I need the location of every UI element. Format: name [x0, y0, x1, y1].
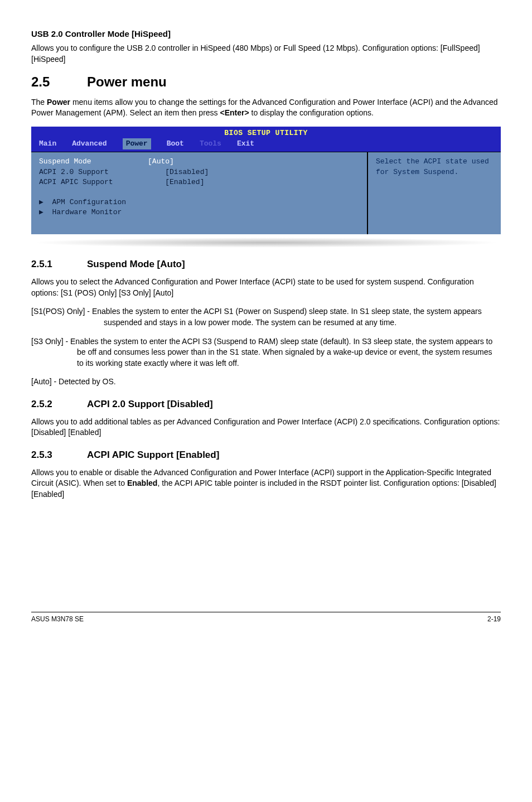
- bios-tab-boot: Boot: [167, 139, 184, 149]
- bios-help-pane: Select the ACPI state used for System Su…: [367, 152, 501, 234]
- bios-blank: [39, 187, 359, 197]
- s3-lead: [S3 Only] -: [31, 337, 70, 346]
- intro-text: The: [31, 98, 47, 107]
- s253-num: 2.5.3: [31, 448, 87, 462]
- intro-bold-power: Power: [47, 98, 70, 107]
- bios-shadow: [31, 238, 501, 248]
- s251-auto: [Auto] - Detected by OS.: [31, 376, 501, 388]
- bios-sub-label: APM Configuration: [52, 198, 126, 206]
- usb-heading: USB 2.0 Controller Mode [HiSpeed]: [31, 28, 501, 40]
- bios-body: Suspend Mode [Auto] ACPI 2.0 Support [Di…: [31, 152, 501, 234]
- s251-p1: Allows you to select the Advanced Config…: [31, 277, 501, 298]
- intro-post: to display the configuration options.: [249, 108, 374, 117]
- s253-p: Allows you to enable or disable the Adva…: [31, 467, 501, 500]
- bios-label: ACPI 2.0 Support: [39, 168, 109, 176]
- bios-title: BIOS SETUP UTILITY: [31, 127, 501, 138]
- bios-row-apic: ACPI APIC Support [Enabled]: [39, 177, 359, 187]
- section-num: 2.5: [31, 73, 87, 91]
- s3-body: Enables the system to enter the ACPI S3 …: [70, 337, 492, 368]
- triangle-icon: ▶: [39, 208, 52, 216]
- bios-row-suspend: Suspend Mode [Auto]: [39, 157, 359, 167]
- bios-tab-tools: Tools: [200, 139, 221, 149]
- bios-sub-apm: ▶ APM Configuration: [39, 197, 359, 207]
- bios-sub-label: Hardware Monitor: [52, 208, 122, 216]
- s1-body: Enables the system to enter the ACPI S1 …: [92, 307, 482, 327]
- s251-s1: [S1(POS) Only] - Enables the system to e…: [31, 306, 501, 328]
- bios-tab-exit: Exit: [237, 139, 254, 149]
- page-footer: ASUS M3N78 SE 2-19: [31, 612, 501, 624]
- bios-screenshot: BIOS SETUP UTILITY MainAdvancedPowerBoot…: [31, 127, 501, 235]
- bios-tab-bar: MainAdvancedPowerBootToolsExit: [31, 138, 501, 152]
- usb-desc: Allows you to configure the USB 2.0 cont…: [31, 43, 501, 65]
- s251-s3: [S3 Only] - Enables the system to enter …: [31, 336, 501, 369]
- s1-lead: [S1(POS) Only] -: [31, 307, 92, 316]
- s253-title: ACPI APIC Support [Enabled]: [87, 450, 219, 460]
- bios-label: Suspend Mode: [39, 157, 91, 166]
- bios-left-pane: Suspend Mode [Auto] ACPI 2.0 Support [Di…: [31, 152, 367, 234]
- bios-value: [Disabled]: [165, 168, 209, 176]
- section-intro: The Power menu items allow you to change…: [31, 97, 501, 119]
- bios-label: ACPI APIC Support: [39, 178, 113, 186]
- bios-sub-hw: ▶ Hardware Monitor: [39, 207, 359, 218]
- section-title: Power menu: [87, 74, 167, 89]
- s252-heading: 2.5.2ACPI 2.0 Support [Disabled]: [31, 398, 501, 411]
- intro-bold-enter: <Enter>: [220, 108, 249, 117]
- s252-p: Allows you to add additional tables as p…: [31, 417, 501, 438]
- bios-row-acpi20: ACPI 2.0 Support [Disabled]: [39, 167, 359, 177]
- footer-left: ASUS M3N78 SE: [31, 615, 84, 624]
- bios-value: [Auto]: [148, 157, 174, 166]
- s251-title: Suspend Mode [Auto]: [87, 259, 185, 269]
- s251-num: 2.5.1: [31, 258, 87, 271]
- s251-heading: 2.5.1Suspend Mode [Auto]: [31, 258, 501, 271]
- bios-value: [Enabled]: [165, 178, 204, 186]
- section-heading: 2.5Power menu: [31, 73, 501, 91]
- bios-tab-power: Power: [123, 138, 151, 149]
- bios-tab-main: Main: [39, 139, 56, 149]
- footer-right: 2-19: [487, 615, 501, 624]
- s253-bold: Enabled: [127, 479, 157, 487]
- s252-title: ACPI 2.0 Support [Disabled]: [87, 399, 213, 409]
- s252-num: 2.5.2: [31, 398, 87, 411]
- s253-heading: 2.5.3ACPI APIC Support [Enabled]: [31, 448, 501, 462]
- triangle-icon: ▶: [39, 198, 52, 206]
- bios-tab-advanced: Advanced: [72, 139, 107, 149]
